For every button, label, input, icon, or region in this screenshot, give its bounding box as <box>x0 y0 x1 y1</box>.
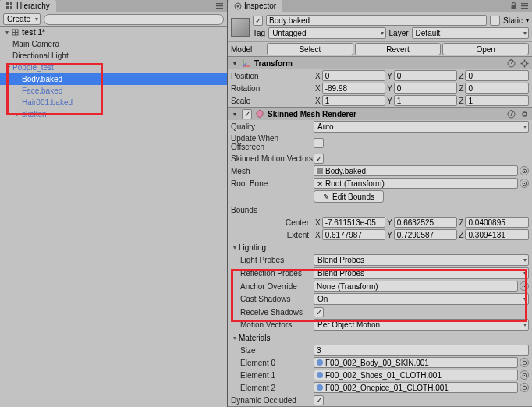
gear-icon[interactable] <box>520 110 529 119</box>
dynamic-occluded-checkbox[interactable] <box>314 395 324 405</box>
size-field[interactable]: 3 <box>314 345 529 356</box>
item-label: Popple_test <box>12 63 54 72</box>
tag-dropdown[interactable]: Untagged <box>268 27 385 39</box>
lock-icon[interactable] <box>510 2 517 10</box>
update-offscreen-checkbox[interactable] <box>314 138 324 148</box>
center-x[interactable]: -7.611513e-05 <box>322 217 386 228</box>
tree-item-directional-light[interactable]: Directional Light <box>0 50 227 62</box>
svg-rect-4 <box>216 3 223 4</box>
layer-dropdown[interactable]: Default <box>412 27 529 39</box>
revert-button[interactable]: Revert <box>355 43 442 55</box>
item-label: Directional Light <box>12 51 69 60</box>
transform-icon <box>242 58 251 68</box>
svg-rect-0 <box>6 2 9 5</box>
tag-label: Tag <box>253 29 265 37</box>
create-dropdown[interactable]: Create <box>3 13 41 25</box>
create-label: Create <box>7 15 30 23</box>
tree-item-skelton[interactable]: ▸ skelton <box>0 108 227 120</box>
rotation-label: Rotation <box>231 84 314 93</box>
edit-bounds-button[interactable]: ✎Edit Bounds <box>314 190 384 203</box>
bounds-icon: ✎ <box>323 193 329 201</box>
mesh-field[interactable]: Body.baked <box>314 165 518 176</box>
foldout-icon[interactable]: ▾ <box>5 64 12 71</box>
scl-y[interactable]: 1 <box>394 95 458 106</box>
material-icon <box>317 359 323 366</box>
inspector-tab[interactable]: Inspector <box>228 0 282 12</box>
object-picker-icon[interactable]: ⊙ <box>520 179 529 188</box>
pos-y[interactable]: 0 <box>394 70 458 81</box>
object-picker-icon[interactable]: ⊙ <box>520 370 529 380</box>
object-picker-icon[interactable]: ⊙ <box>520 358 529 367</box>
foldout-icon[interactable]: ▾ <box>231 334 239 342</box>
light-probes-dropdown[interactable]: Blend Probes <box>314 254 529 266</box>
foldout-icon[interactable]: ▾ <box>3 29 11 36</box>
center-y[interactable]: 0.6632525 <box>394 217 458 228</box>
static-checkbox[interactable] <box>490 16 500 26</box>
rot-x[interactable]: -89.98 <box>322 83 386 94</box>
object-picker-icon[interactable]: ⊙ <box>520 281 529 291</box>
help-icon[interactable]: ? <box>507 110 516 119</box>
pos-x[interactable]: 0 <box>322 70 386 81</box>
mesh-label: Mesh <box>231 167 314 175</box>
anchor-field[interactable]: None (Transform) <box>314 281 518 292</box>
rootbone-field[interactable]: ⤧Root (Transform) <box>314 178 518 189</box>
extent-y[interactable]: 0.7290587 <box>394 229 458 240</box>
smr-icon <box>255 109 264 119</box>
active-checkbox[interactable] <box>253 16 263 26</box>
foldout-icon[interactable]: ▾ <box>231 60 239 67</box>
item-label: Face.baked <box>22 87 62 95</box>
static-dropdown-icon[interactable]: ▾ <box>526 17 529 24</box>
extent-label: Extent <box>231 231 314 239</box>
center-z[interactable]: 0.0400895 <box>465 217 529 228</box>
panel-menu-icon[interactable] <box>215 2 224 10</box>
transform-header[interactable]: ▾ Transform ? <box>228 56 532 69</box>
tree-item-main-camera[interactable]: Main Camera <box>0 38 227 50</box>
update-offscreen-label: Update When Offscreen <box>231 134 314 151</box>
svg-point-28 <box>523 112 527 116</box>
scene-row[interactable]: ▾ test 1* <box>0 27 227 38</box>
hierarchy-tab-bar: Hierarchy <box>0 0 227 12</box>
tree-item-hair-baked[interactable]: Hair001.baked <box>0 97 227 108</box>
skinned-motion-checkbox[interactable] <box>314 154 324 164</box>
scale-label: Scale <box>231 97 314 105</box>
name-field[interactable]: Body.baked <box>266 15 487 26</box>
hierarchy-tab[interactable]: Hierarchy <box>0 0 56 12</box>
foldout-icon[interactable]: ▾ <box>231 244 239 251</box>
open-button[interactable]: Open <box>442 43 529 55</box>
reflection-dropdown[interactable]: Blend Probes <box>314 267 529 279</box>
scene-name: test 1* <box>22 28 45 37</box>
quality-dropdown[interactable]: Auto <box>314 121 529 133</box>
element2-field[interactable]: F00_002_Onepice_01_CLOTH.001 <box>314 382 518 393</box>
tree-item-popple-test[interactable]: ▾ Popple_test <box>0 62 227 73</box>
hierarchy-search[interactable] <box>44 14 224 25</box>
pos-z[interactable]: 0 <box>465 70 529 81</box>
select-button[interactable]: Select <box>267 43 353 55</box>
scl-z[interactable]: 1 <box>465 95 529 106</box>
element0-field[interactable]: F00_002_Body_00_SKIN.001 <box>314 357 518 368</box>
object-picker-icon[interactable]: ⊙ <box>520 383 529 392</box>
scl-x[interactable]: 1 <box>322 95 386 106</box>
element1-field[interactable]: F00_002_Shoes_01_CLOTH.001 <box>314 370 518 380</box>
foldout-icon[interactable]: ▾ <box>231 111 239 118</box>
help-icon[interactable]: ? <box>507 59 516 68</box>
inspector-icon <box>234 2 242 10</box>
object-header: Body.baked Static ▾ Tag Untagged Layer D… <box>228 12 532 42</box>
foldout-icon[interactable]: ▸ <box>14 111 22 118</box>
gear-icon[interactable] <box>520 59 529 68</box>
panel-menu-icon[interactable] <box>520 2 529 10</box>
inspector-panel: Inspector Body.baked Static ▾ Tag Untagg… <box>228 0 532 407</box>
tree-item-body-baked[interactable]: Body.baked <box>0 73 227 85</box>
smr-enabled-checkbox[interactable] <box>242 109 252 119</box>
rot-y[interactable]: 0 <box>394 83 458 94</box>
motion-dropdown[interactable]: Per Object Motion <box>314 319 529 331</box>
object-picker-icon[interactable]: ⊙ <box>520 166 529 175</box>
receive-shadows-checkbox[interactable] <box>314 307 324 317</box>
tree-item-face-baked[interactable]: Face.baked <box>0 85 227 97</box>
center-label: Center <box>231 218 314 227</box>
extent-x[interactable]: 0.6177987 <box>322 229 386 240</box>
rot-z[interactable]: 0 <box>465 83 529 94</box>
cast-dropdown[interactable]: On <box>314 293 529 305</box>
smr-header[interactable]: ▾ Skinned Mesh Renderer ? <box>228 107 532 120</box>
svg-point-11 <box>237 5 239 7</box>
extent-z[interactable]: 0.3094131 <box>465 229 529 240</box>
